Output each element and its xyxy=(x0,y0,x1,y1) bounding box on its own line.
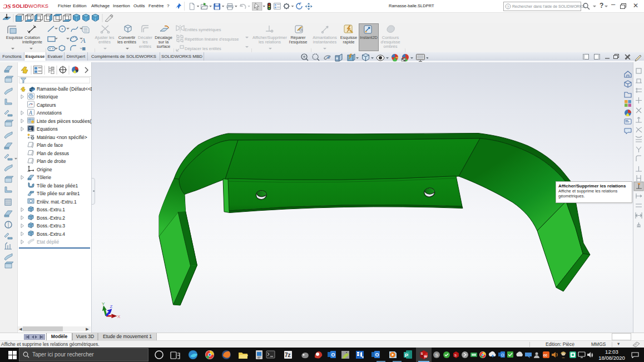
svg-text:Historique: Historique xyxy=(37,94,58,100)
svg-text:A: A xyxy=(28,110,32,116)
svg-text:Σ: Σ xyxy=(29,126,32,132)
svg-text:Equations: Equations xyxy=(37,126,58,132)
svg-text:Plan de dessus: Plan de dessus xyxy=(37,151,69,156)
svg-text:Plan de droite: Plan de droite xyxy=(37,158,66,164)
svg-text:A: A xyxy=(81,36,86,44)
svg-text:Boss.-Extru.1: Boss.-Extru.1 xyxy=(37,207,65,212)
svg-text:S: S xyxy=(454,354,457,357)
svg-text:O: O xyxy=(501,353,504,357)
svg-text:S: S xyxy=(421,352,423,355)
svg-text:Origine: Origine xyxy=(37,167,52,172)
svg-text:P: P xyxy=(405,353,408,358)
svg-text:Z: Z xyxy=(110,304,113,309)
svg-text:cc: cc xyxy=(543,353,548,357)
svg-text:ƆS: ƆS xyxy=(3,3,11,9)
svg-text:O: O xyxy=(331,352,335,358)
svg-text:?: ? xyxy=(507,4,509,9)
svg-text:Etat déplié: Etat déplié xyxy=(37,239,59,245)
svg-text:W: W xyxy=(424,355,428,358)
svg-text:Tôle pliée sur arête1: Tôle pliée sur arête1 xyxy=(37,191,80,196)
svg-text:Liste des pièces soudées(1): Liste des pièces soudées(1) xyxy=(37,118,92,124)
svg-text:Boss.-Extru.2: Boss.-Extru.2 xyxy=(37,215,65,221)
svg-text:SOLIDWORKS: SOLIDWORKS xyxy=(12,3,48,9)
svg-text:7z: 7z xyxy=(285,352,291,358)
svg-text:X: X xyxy=(117,314,121,319)
svg-text:Enlèv. mat.-Extru.1: Enlèv. mat.-Extru.1 xyxy=(37,199,77,205)
svg-text:Boss.-Extru.3: Boss.-Extru.3 xyxy=(37,223,65,229)
svg-text:Tôlerie: Tôlerie xyxy=(37,175,51,180)
svg-text:Tôle de base pliée1: Tôle de base pliée1 xyxy=(37,183,78,189)
svg-text:Capteurs: Capteurs xyxy=(37,102,56,108)
svg-text:Plan de face: Plan de face xyxy=(37,142,63,148)
svg-text:Y: Y xyxy=(102,301,105,306)
svg-text:Boss.-Extru.4: Boss.-Extru.4 xyxy=(37,231,65,237)
svg-text:Matériau <non spécifié>: Matériau <non spécifié> xyxy=(37,135,87,140)
svg-text:Annotations: Annotations xyxy=(37,110,62,116)
svg-text:S: S xyxy=(435,353,438,358)
svg-text:Ramasse-balle (Défaut<<D: Ramasse-balle (Défaut<<D xyxy=(37,86,92,92)
svg-text:O: O xyxy=(375,352,379,358)
